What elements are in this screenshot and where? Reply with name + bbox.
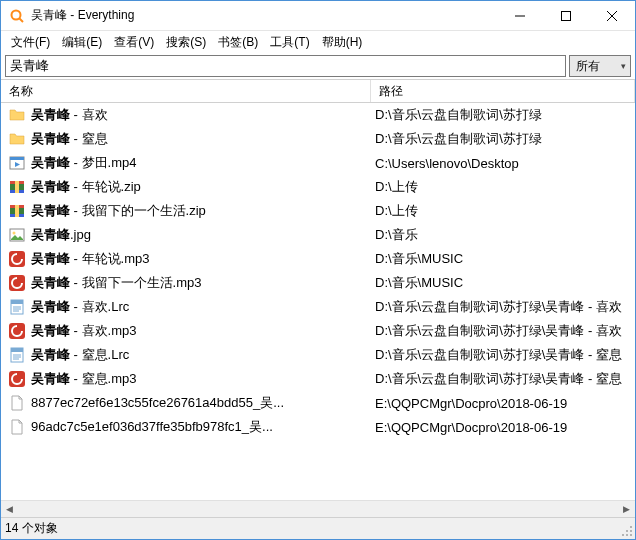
table-row[interactable]: 吴青峰 - 喜欢.LrcD:\音乐\云盘自制歌词\苏打绿\吴青峰 - 喜欢 [1,295,635,319]
table-row[interactable]: 吴青峰 - 年轮说.zipD:\上传 [1,175,635,199]
search-input[interactable] [5,55,566,77]
table-row[interactable]: 8877ec72ef6e13c55fce26761a4bdd55_吴...E:\… [1,391,635,415]
table-row[interactable]: 96adc7c5e1ef036d37ffe35bfb978fc1_吴...E:\… [1,415,635,439]
horizontal-scrollbar[interactable]: ◀ ▶ [1,500,635,517]
file-path: D:\音乐\MUSIC [371,250,635,268]
lrc-icon [9,347,25,363]
titlebar: 吴青峰 - Everything [1,1,635,31]
file-path: D:\音乐 [371,226,635,244]
table-row[interactable]: 吴青峰 - 喜欢.mp3D:\音乐\云盘自制歌词\苏打绿\吴青峰 - 喜欢 [1,319,635,343]
folder-icon [9,131,25,147]
file-name: 吴青峰 - 梦田.mp4 [31,154,136,172]
resize-grip[interactable] [621,525,633,537]
video-icon [9,155,25,171]
window-title: 吴青峰 - Everything [31,7,497,24]
file-path: D:\音乐\云盘自制歌词\苏打绿\吴青峰 - 窒息 [371,346,635,364]
close-button[interactable] [589,1,635,30]
file-name: 吴青峰 - 喜欢.mp3 [31,322,136,340]
svg-point-18 [13,232,16,235]
file-icon [9,419,25,435]
menubar: 文件(F)编辑(E)查看(V)搜索(S)书签(B)工具(T)帮助(H) [1,31,635,53]
statusbar: 14 个对象 [1,517,635,539]
svg-point-36 [622,534,624,536]
file-name: 吴青峰 - 喜欢.Lrc [31,298,129,316]
minimize-button[interactable] [497,1,543,30]
file-path: E:\QQPCMgr\Docpro\2018-06-19 [371,396,635,411]
file-name: 96adc7c5e1ef036d37ffe35bfb978fc1_吴... [31,418,273,436]
menu-item-0[interactable]: 文件(F) [5,32,56,53]
music-icon [9,251,25,267]
scroll-left-icon[interactable]: ◀ [1,501,18,518]
svg-point-34 [626,530,628,532]
svg-point-33 [630,526,632,528]
window-controls [497,1,635,30]
file-name: 吴青峰 - 年轮说.zip [31,178,141,196]
filter-dropdown[interactable]: 所有 ▾ [569,55,631,77]
file-name: 吴青峰 - 窒息.mp3 [31,370,136,388]
table-row[interactable]: 吴青峰 - 喜欢D:\音乐\云盘自制歌词\苏打绿 [1,103,635,127]
folder-icon [9,107,25,123]
file-path: D:\上传 [371,178,635,196]
file-path: D:\音乐\云盘自制歌词\苏打绿\吴青峰 - 窒息 [371,370,635,388]
svg-point-37 [626,534,628,536]
file-path: D:\音乐\云盘自制歌词\苏打绿 [371,130,635,148]
menu-item-1[interactable]: 编辑(E) [56,32,108,53]
svg-point-35 [630,530,632,532]
svg-rect-22 [11,300,23,304]
table-row[interactable]: 吴青峰 - 窒息D:\音乐\云盘自制歌词\苏打绿 [1,127,635,151]
table-row[interactable]: 吴青峰 - 我留下一个生活.mp3D:\音乐\MUSIC [1,271,635,295]
file-path: C:\Users\lenovo\Desktop [371,156,635,171]
file-path: D:\上传 [371,202,635,220]
file-path: D:\音乐\云盘自制歌词\苏打绿\吴青峰 - 喜欢 [371,298,635,316]
scroll-right-icon[interactable]: ▶ [618,501,635,518]
search-bar: 所有 ▾ [1,53,635,79]
lrc-icon [9,299,25,315]
filter-label: 所有 [576,58,600,75]
table-row[interactable]: 吴青峰 - 我留下的一个生活.zipD:\上传 [1,199,635,223]
file-name: 吴青峰 - 窒息.Lrc [31,346,129,364]
maximize-button[interactable] [543,1,589,30]
app-window: 吴青峰 - Everything 文件(F)编辑(E)查看(V)搜索(S)书签(… [0,0,636,540]
results-list[interactable]: 吴青峰 - 喜欢D:\音乐\云盘自制歌词\苏打绿吴青峰 - 窒息D:\音乐\云盘… [1,103,635,500]
table-row[interactable]: 吴青峰 - 年轮说.mp3D:\音乐\MUSIC [1,247,635,271]
file-name: 吴青峰.jpg [31,226,91,244]
status-text: 14 个对象 [5,520,58,537]
archive-icon [9,203,25,219]
scroll-track[interactable] [18,501,618,517]
svg-rect-7 [10,157,24,160]
table-row[interactable]: 吴青峰.jpgD:\音乐 [1,223,635,247]
svg-rect-3 [562,11,571,20]
menu-item-5[interactable]: 工具(T) [264,32,315,53]
table-row[interactable]: 吴青峰 - 梦田.mp4C:\Users\lenovo\Desktop [1,151,635,175]
column-headers: 名称 路径 [1,79,635,103]
svg-point-38 [630,534,632,536]
file-path: E:\QQPCMgr\Docpro\2018-06-19 [371,420,635,435]
svg-rect-16 [15,205,19,217]
menu-item-4[interactable]: 书签(B) [212,32,264,53]
file-name: 吴青峰 - 喜欢 [31,106,108,124]
svg-rect-12 [15,181,19,193]
file-path: D:\音乐\MUSIC [371,274,635,292]
menu-item-6[interactable]: 帮助(H) [316,32,369,53]
file-path: D:\音乐\云盘自制歌词\苏打绿\吴青峰 - 喜欢 [371,322,635,340]
menu-item-2[interactable]: 查看(V) [108,32,160,53]
archive-icon [9,179,25,195]
svg-point-0 [12,10,21,19]
column-header-path[interactable]: 路径 [371,80,635,102]
menu-item-3[interactable]: 搜索(S) [160,32,212,53]
file-name: 吴青峰 - 我留下一个生活.mp3 [31,274,201,292]
file-name: 8877ec72ef6e13c55fce26761a4bdd55_吴... [31,394,284,412]
music-icon [9,275,25,291]
file-name: 吴青峰 - 窒息 [31,130,108,148]
table-row[interactable]: 吴青峰 - 窒息.mp3D:\音乐\云盘自制歌词\苏打绿\吴青峰 - 窒息 [1,367,635,391]
music-icon [9,323,25,339]
column-header-name[interactable]: 名称 [1,80,371,102]
music-icon [9,371,25,387]
file-name: 吴青峰 - 我留下的一个生活.zip [31,202,206,220]
file-icon [9,395,25,411]
table-row[interactable]: 吴青峰 - 窒息.LrcD:\音乐\云盘自制歌词\苏打绿\吴青峰 - 窒息 [1,343,635,367]
image-icon [9,227,25,243]
app-icon [9,8,25,24]
file-path: D:\音乐\云盘自制歌词\苏打绿 [371,106,635,124]
svg-rect-28 [11,348,23,352]
